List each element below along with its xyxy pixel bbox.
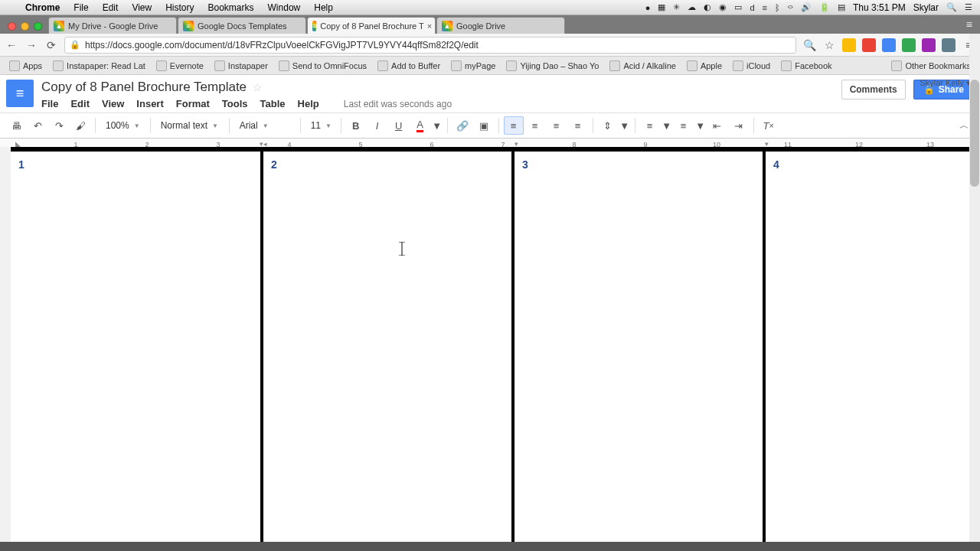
browser-tab[interactable]: ▲My Drive - Google Drive — [48, 17, 177, 34]
status-icon[interactable]: ◉ — [719, 2, 727, 12]
bookmark-item[interactable]: Send to OmniFocus — [274, 59, 371, 73]
fontsize-select[interactable]: 11▼ — [305, 116, 336, 135]
bookmark-item[interactable]: Add to Buffer — [373, 59, 445, 73]
bookmark-item[interactable]: Instapaper — [210, 59, 273, 73]
status-icon[interactable]: ▦ — [658, 2, 665, 12]
zoom-select[interactable]: 100%▼ — [100, 116, 145, 135]
undo-icon[interactable]: ↶ — [28, 116, 47, 135]
status-icon[interactable]: ≡ — [763, 3, 767, 12]
comment-icon[interactable]: ▣ — [474, 116, 494, 135]
mac-user[interactable]: Skylar — [913, 2, 939, 13]
font-select[interactable]: Arial▼ — [234, 116, 296, 135]
spotlight-icon[interactable]: 🔍 — [946, 2, 957, 12]
back-button[interactable]: ← — [5, 39, 18, 51]
docs-menu-format[interactable]: Format — [176, 98, 210, 109]
url-input[interactable]: 🔒 https://docs.google.com/document/d/18v… — [64, 37, 796, 54]
outdent-icon[interactable]: ⇤ — [707, 116, 727, 135]
scrollbar-track[interactable] — [969, 34, 980, 542]
scrollbar-thumb[interactable] — [970, 80, 979, 187]
bookmark-item[interactable]: Facebook — [776, 59, 836, 73]
browser-tab-active[interactable]: ≡Copy of 8 Panel Brochure T× — [307, 17, 436, 34]
numbered-list-menu[interactable]: ▼ — [662, 116, 672, 135]
document-canvas[interactable]: 1 2 3 4 — [0, 147, 980, 542]
mac-menu-history[interactable]: History — [158, 2, 201, 13]
mac-menu-window[interactable]: Window — [261, 2, 308, 13]
tab-close-icon[interactable]: × — [424, 21, 432, 31]
bold-icon[interactable]: B — [346, 116, 366, 135]
extension-icon[interactable] — [942, 38, 956, 52]
bullet-list-menu[interactable]: ▼ — [695, 116, 706, 135]
align-left-icon[interactable]: ≡ — [504, 116, 524, 135]
chrome-menu-icon[interactable]: ≡ — [966, 18, 980, 34]
paint-format-icon[interactable]: 🖌 — [70, 116, 90, 135]
comments-button[interactable]: Comments — [841, 80, 906, 99]
window-zoom-button[interactable] — [34, 22, 42, 31]
forward-button[interactable]: → — [24, 39, 38, 51]
bookmark-item[interactable]: Acid / Alkaline — [605, 59, 680, 73]
wifi-icon[interactable]: ⌔ — [788, 3, 793, 12]
mac-clock[interactable]: Thu 3:51 PM — [853, 2, 906, 13]
status-icon[interactable]: ▭ — [734, 2, 742, 12]
mac-menu-help[interactable]: Help — [307, 2, 340, 13]
status-icon[interactable]: ✳ — [673, 2, 680, 12]
style-select[interactable]: Normal text▼ — [155, 116, 224, 135]
notification-icon[interactable]: ☰ — [965, 2, 972, 12]
extension-icon[interactable] — [882, 38, 896, 52]
text-color-icon[interactable]: A — [410, 116, 430, 135]
italic-icon[interactable]: I — [368, 116, 387, 135]
page[interactable]: 1 2 3 4 — [11, 147, 975, 542]
docs-menu-insert[interactable]: Insert — [136, 98, 163, 109]
extension-icon[interactable] — [922, 38, 936, 52]
bookmark-item[interactable]: Apple — [682, 59, 727, 73]
browser-tab[interactable]: ▲Google Drive — [436, 17, 565, 34]
status-icon[interactable]: ◐ — [704, 2, 711, 12]
status-icon[interactable]: d — [750, 3, 754, 12]
docs-menu-help[interactable]: Help — [298, 98, 319, 109]
brochure-panel-3[interactable]: 3 — [514, 152, 766, 542]
line-spacing-menu[interactable]: ▼ — [619, 116, 630, 135]
extension-icon[interactable] — [842, 38, 856, 52]
print-icon[interactable]: 🖶 — [6, 116, 26, 135]
extension-icon[interactable] — [862, 38, 876, 52]
mac-app-name[interactable]: Chrome — [18, 2, 67, 13]
browser-tab[interactable]: ≡Google Docs Templates — [178, 17, 306, 34]
mac-menu-file[interactable]: File — [67, 2, 95, 13]
status-icon[interactable]: ● — [645, 3, 651, 12]
docs-menu-view[interactable]: View — [102, 98, 124, 109]
extension-icon[interactable] — [902, 38, 916, 52]
bookmark-item[interactable]: Yijing Dao – Shao Yo — [501, 59, 603, 73]
text-color-menu[interactable]: ▼ — [432, 116, 443, 135]
other-bookmarks[interactable]: Other Bookmarks — [887, 59, 975, 73]
docs-logo-icon[interactable]: ≡ — [6, 80, 34, 107]
account-name[interactable]: Skylar Kelly ▾ — [920, 78, 971, 88]
clear-format-icon[interactable]: T× — [759, 116, 779, 135]
mac-menu-edit[interactable]: Edit — [96, 2, 126, 13]
bookmark-item[interactable]: Evernote — [152, 59, 208, 73]
star-icon[interactable]: ☆ — [253, 81, 263, 93]
window-close-button[interactable] — [8, 22, 16, 31]
docs-menu-file[interactable]: File — [41, 98, 58, 109]
battery-icon[interactable]: 🔋 — [819, 2, 830, 12]
bullet-list-icon[interactable]: ≡ — [674, 116, 694, 135]
brochure-panel-1[interactable]: 1 — [11, 152, 263, 542]
line-spacing-icon[interactable]: ⇕ — [598, 116, 618, 135]
underline-icon[interactable]: U — [389, 116, 409, 135]
align-center-icon[interactable]: ≡ — [525, 116, 545, 135]
mac-menu-bookmarks[interactable]: Bookmarks — [201, 2, 261, 13]
bookmark-item[interactable]: myPage — [446, 59, 500, 73]
indent-icon[interactable]: ⇥ — [729, 116, 749, 135]
zoom-icon[interactable]: 🔍 — [802, 39, 816, 51]
bluetooth-icon[interactable]: ᛒ — [775, 3, 780, 12]
link-icon[interactable]: 🔗 — [452, 116, 472, 135]
window-minimize-button[interactable] — [21, 22, 29, 31]
brochure-panel-2[interactable]: 2 — [263, 152, 514, 542]
reload-button[interactable]: ⟳ — [44, 39, 58, 51]
bookmark-item[interactable]: iCloud — [728, 59, 775, 73]
docs-menu-tools[interactable]: Tools — [222, 98, 248, 109]
mac-menu-view[interactable]: View — [125, 2, 158, 13]
redo-icon[interactable]: ↷ — [49, 116, 69, 135]
docs-menu-edit[interactable]: Edit — [70, 98, 90, 109]
align-justify-icon[interactable]: ≡ — [568, 116, 588, 135]
status-icon[interactable]: ☁ — [688, 2, 696, 12]
volume-icon[interactable]: 🔊 — [801, 2, 812, 12]
